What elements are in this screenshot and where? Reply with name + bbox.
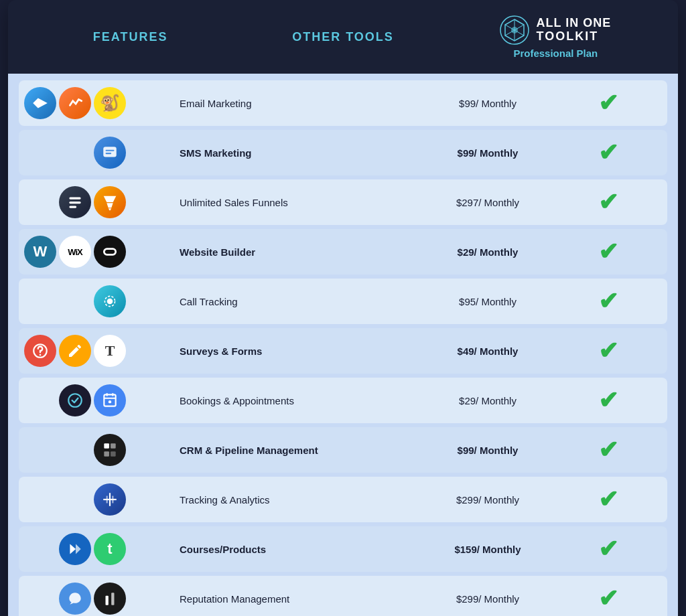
icon-survey-gizmo (24, 335, 56, 367)
icon-pencil (59, 335, 91, 367)
icons-col (24, 137, 172, 169)
svg-rect-24 (104, 443, 109, 449)
svg-marker-11 (107, 203, 113, 208)
check-col: ✔ (555, 388, 662, 412)
svg-point-14 (107, 299, 113, 305)
table-row: Unlimited Sales Funnels$297/ Monthly✔ (19, 179, 667, 225)
icons-col (24, 186, 172, 218)
table-row: Tracking & Analytics$299/ Monthly✔ (19, 477, 667, 522)
icon-squarespace (94, 236, 126, 268)
icon-activedemand (59, 87, 91, 119)
feature-name: SMS Marketing (172, 147, 421, 159)
check-col: ✔ (555, 487, 662, 512)
icon-callrail (94, 285, 126, 317)
check-col: ✔ (555, 587, 662, 611)
svg-rect-33 (111, 593, 114, 605)
feature-price: $49/ Monthly (421, 345, 555, 357)
icon-buffer (59, 186, 91, 218)
feature-price: $99/ Monthly (421, 98, 555, 109)
icon-pipedrive (94, 434, 126, 466)
svg-point-18 (68, 394, 82, 407)
table-row: tCourses/Products$159/ Monthly✔ (19, 526, 667, 572)
svg-rect-31 (112, 496, 113, 504)
check-col: ✔ (555, 91, 662, 115)
comparison-table: FEATURES OTHER TOOLS ALL IN ONE TOOLKIT (8, 0, 678, 616)
svg-rect-7 (69, 197, 80, 199)
icons-col (24, 583, 172, 615)
icons-col: T (24, 335, 172, 367)
other-tools-header-col: OTHER TOOLS (236, 30, 449, 44)
feature-price: $99/ Monthly (421, 147, 555, 159)
svg-rect-25 (111, 443, 116, 449)
feature-price: $297/ Monthly (421, 197, 555, 208)
icons-col (24, 483, 172, 516)
table-row: TSurveys & Forms$49/ Monthly✔ (19, 328, 667, 374)
svg-rect-29 (103, 499, 117, 500)
icon-acuity (59, 384, 91, 416)
svg-marker-10 (104, 196, 117, 202)
table-row: CRM & Pipeline Management$99/ Monthly✔ (19, 427, 667, 473)
svg-rect-30 (107, 496, 108, 504)
check-col: ✔ (555, 240, 662, 264)
icons-col: 🐒 (24, 87, 172, 119)
feature-price: $299/ Monthly (421, 593, 555, 605)
check-col: ✔ (555, 190, 662, 214)
feature-name: Reputation Management (172, 593, 421, 605)
checkmark: ✔ (598, 436, 618, 463)
check-col: ✔ (555, 339, 662, 363)
logo-text: ALL IN ONE TOOLKIT (536, 17, 611, 44)
feature-price: $299/ Monthly (421, 494, 555, 506)
icon-kartra (59, 533, 91, 565)
table-row: 🐒Email Marketing$99/ Monthly✔ (19, 80, 667, 126)
svg-point-23 (109, 400, 111, 403)
icon-activecampaign (24, 87, 56, 119)
check-col: ✔ (555, 289, 662, 313)
check-col: ✔ (555, 537, 662, 561)
logo-all-in-one: ALL IN ONE (536, 17, 611, 30)
feature-price: $29/ Monthly (421, 395, 555, 406)
checkmark: ✔ (598, 485, 618, 513)
table-row: Reputation Management$299/ Monthly✔ (19, 576, 667, 616)
feature-price: $99/ Monthly (421, 445, 555, 456)
icon-clickfunnels (94, 186, 126, 218)
checkmark: ✔ (598, 238, 618, 265)
feature-name: Unlimited Sales Funnels (172, 197, 421, 208)
icon-calendar (94, 384, 126, 416)
svg-point-5 (511, 27, 518, 33)
checkmark: ✔ (598, 585, 618, 612)
icon-mailchimp: 🐒 (94, 87, 126, 119)
icons-col (24, 434, 172, 466)
feature-name: Email Marketing (172, 98, 421, 109)
icon-tableau (94, 483, 126, 516)
icon-podium (94, 583, 126, 615)
features-header-col: FEATURES (24, 30, 236, 44)
icon-birdeye (59, 583, 91, 615)
svg-rect-26 (104, 451, 109, 457)
svg-marker-12 (109, 208, 112, 211)
icons-col (24, 285, 172, 317)
other-tools-label: OTHER TOOLS (292, 30, 394, 44)
feature-name: Call Tracking (172, 296, 421, 307)
svg-rect-32 (106, 596, 109, 605)
icon-wordpress: W (24, 236, 56, 268)
icons-col (24, 384, 172, 416)
icon-teachable: t (94, 533, 126, 565)
svg-rect-13 (104, 249, 115, 255)
table-row: SMS Marketing$99/ Monthly✔ (19, 130, 667, 175)
table-header: FEATURES OTHER TOOLS ALL IN ONE TOOLKIT (8, 0, 678, 74)
feature-price: $29/ Monthly (421, 246, 555, 258)
logo-top: ALL IN ONE TOOLKIT (500, 15, 611, 45)
checkmark: ✔ (598, 89, 618, 117)
checkmark: ✔ (598, 535, 618, 562)
table-body: 🐒Email Marketing$99/ Monthly✔SMS Marketi… (8, 74, 678, 616)
logo-col: ALL IN ONE TOOLKIT Professional Plan (450, 15, 662, 59)
table-row: WWiXWebsite Builder$29/ Monthly✔ (19, 229, 667, 275)
features-label: FEATURES (93, 30, 168, 44)
svg-rect-27 (111, 451, 116, 457)
checkmark: ✔ (598, 188, 618, 216)
feature-name: Bookings & Appointments (172, 395, 421, 406)
logo-icon (500, 15, 529, 45)
logo-subtitle: Professional Plan (513, 48, 598, 59)
logo-toolkit: TOOLKIT (536, 30, 611, 44)
check-col: ✔ (555, 141, 662, 165)
